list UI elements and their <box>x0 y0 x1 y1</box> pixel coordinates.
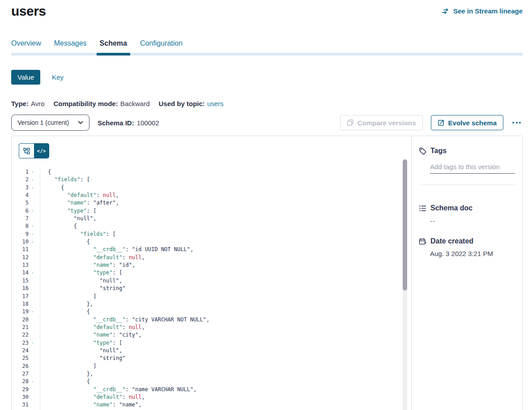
code-text: "string" <box>40 285 125 292</box>
date-created-heading: Date created <box>430 237 473 245</box>
fold-spacer <box>29 254 37 261</box>
fold-toggle-icon[interactable]: ▾ <box>29 222 37 230</box>
line-number: 30 <box>12 393 29 401</box>
code-scrollbar-thumb[interactable] <box>403 159 407 290</box>
code-line: 27 }, <box>12 370 411 378</box>
fold-toggle-icon[interactable]: ▾ <box>29 339 37 347</box>
add-tags-input[interactable] <box>430 161 515 174</box>
list-icon <box>419 205 426 212</box>
line-number: 28 <box>12 378 29 385</box>
code-line: 6▾ "type": [ <box>12 207 411 215</box>
used-by-topic-link[interactable]: users <box>207 100 224 107</box>
code-line: 31 "name": "name", <box>12 401 411 409</box>
evolve-schema-label: Evolve schema <box>448 119 497 127</box>
tab-messages[interactable]: Messages <box>54 39 87 53</box>
tab-configuration[interactable]: Configuration <box>140 39 183 53</box>
evolve-schema-button[interactable]: Evolve schema <box>431 115 503 130</box>
version-select[interactable]: Version 1 (current) <box>11 115 89 131</box>
tags-heading: Tags <box>430 147 447 155</box>
code-text: "null", <box>40 347 122 354</box>
code-text: }, <box>40 300 93 308</box>
tree-view-icon <box>23 148 30 154</box>
line-number: 8 <box>12 222 29 230</box>
line-number: 23 <box>12 339 29 347</box>
code-line: 1▾{ <box>12 168 411 176</box>
tab-underline-track <box>11 53 523 56</box>
code-text: "__crdb__": "name VARCHAR NULL", <box>40 386 196 393</box>
compare-versions-button[interactable]: Compare versions <box>340 115 423 130</box>
fold-toggle-icon[interactable]: ▾ <box>29 184 37 192</box>
code-line: 18 }, <box>12 300 411 308</box>
page-title: users <box>11 4 46 19</box>
code-text: "__crdb__": "id UUID NOT NULL", <box>40 246 193 253</box>
tab-overview[interactable]: Overview <box>11 39 41 53</box>
code-text: "null", <box>40 277 122 285</box>
value-toggle-button[interactable]: Value <box>11 70 40 85</box>
fold-spacer <box>29 261 37 269</box>
schema-code-editor[interactable]: 1▾{2▾ "fields": [3▾ {4 "default": null,5… <box>12 168 411 410</box>
schema-code-pane: </> 1▾{2▾ "fields": [3▾ {4 "default": nu… <box>12 136 412 410</box>
line-number: 6 <box>12 207 29 215</box>
code-text: "type": [ <box>40 339 122 347</box>
ellipsis-icon <box>512 122 514 124</box>
fold-spacer <box>29 393 37 401</box>
compatibility-label: Compatibility mode: <box>53 100 118 107</box>
more-options-button[interactable] <box>511 119 523 126</box>
fold-toggle-icon[interactable]: ▾ <box>29 168 37 176</box>
fold-toggle-icon[interactable]: ▾ <box>29 269 37 277</box>
line-number: 18 <box>12 300 29 308</box>
schema-doc-value: -- <box>430 217 515 225</box>
line-number: 26 <box>12 363 29 370</box>
code-line: 20 "__crdb__": "city VARCHAR NOT NULL", <box>12 316 411 324</box>
fold-toggle-icon[interactable]: ▾ <box>29 176 37 184</box>
fold-spacer <box>29 363 37 370</box>
fold-spacer <box>29 277 37 285</box>
code-line: 13 "name": "id", <box>12 261 411 269</box>
stream-lineage-link[interactable]: See in Stream lineage <box>442 7 523 15</box>
code-scrollbar-track[interactable] <box>403 159 407 410</box>
fold-toggle-icon[interactable]: ▾ <box>29 308 37 316</box>
fold-spacer <box>29 347 37 354</box>
code-line: 8▾ { <box>12 222 411 230</box>
line-number: 12 <box>12 254 29 261</box>
tree-view-button[interactable] <box>19 144 34 158</box>
line-number: 22 <box>12 331 29 339</box>
used-by-topic-label: Used by topic: <box>159 100 205 107</box>
code-text: "name": "after", <box>40 199 119 207</box>
tab-bar: Overview Messages Schema Configuration <box>11 39 523 56</box>
code-text: "default": null, <box>40 324 145 331</box>
code-line: 12 "default": null, <box>12 254 411 261</box>
fold-toggle-icon[interactable]: ▾ <box>29 378 37 385</box>
code-view-button[interactable]: </> <box>34 144 49 158</box>
code-text: "type": [ <box>40 207 96 215</box>
code-text: ] <box>40 293 96 300</box>
code-text: ] <box>40 363 96 370</box>
version-toolbar: Version 1 (current) Schema ID: 100002 Co… <box>11 115 523 131</box>
fold-spacer <box>29 215 37 222</box>
fold-toggle-icon[interactable]: ▾ <box>29 238 37 246</box>
code-line: 7 "null", <box>12 215 411 222</box>
fold-toggle-icon[interactable]: ▾ <box>29 207 37 215</box>
fold-spacer <box>29 386 37 393</box>
fold-spacer <box>29 300 37 308</box>
code-text: "default": null, <box>40 192 119 199</box>
code-line: 17 ] <box>12 293 411 300</box>
fold-toggle-icon[interactable]: ▾ <box>29 231 37 238</box>
line-number: 14 <box>12 269 29 277</box>
code-line: 22 "name": "city", <box>12 331 411 339</box>
code-line: 25 "string" <box>12 354 411 362</box>
code-line: 28▾ { <box>12 378 411 385</box>
value-key-toggle: Value Key <box>11 70 523 85</box>
fold-spacer <box>29 285 37 292</box>
code-line: 15 "null", <box>12 277 411 285</box>
fold-spacer <box>29 293 37 300</box>
tag-icon <box>419 147 426 155</box>
schema-id-label: Schema ID: <box>98 119 134 127</box>
tab-schema[interactable]: Schema <box>100 39 127 53</box>
code-line: 4 "default": null, <box>12 192 411 199</box>
key-toggle-link[interactable]: Key <box>52 73 64 81</box>
code-text: "name": "city", <box>40 331 142 339</box>
code-line: 11 "__crdb__": "id UUID NOT NULL", <box>12 246 411 253</box>
line-number: 3 <box>12 184 29 192</box>
schema-view-toggle: </> <box>19 143 49 158</box>
